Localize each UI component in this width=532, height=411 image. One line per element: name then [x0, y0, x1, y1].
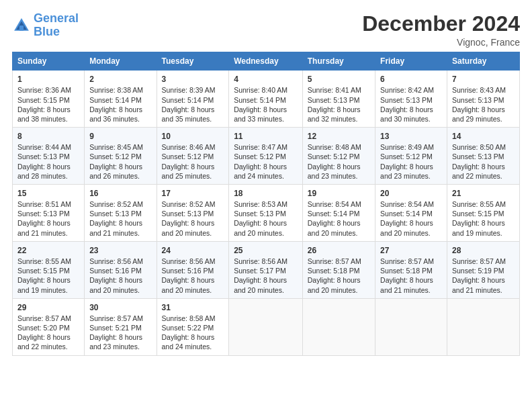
- sunset-text: Sunset: 5:12 PM: [308, 152, 360, 161]
- daylight-text: Daylight: 8 hours and 20 minutes.: [308, 276, 361, 293]
- sunset-text: Sunset: 5:13 PM: [308, 96, 360, 104]
- day-number: 30: [89, 302, 151, 313]
- sunset-text: Sunset: 5:19 PM: [452, 267, 504, 275]
- calendar-cell: 24Sunrise: 8:56 AMSunset: 5:16 PMDayligh…: [157, 241, 229, 298]
- col-tuesday: Tuesday: [157, 52, 229, 71]
- sunset-text: Sunset: 5:12 PM: [162, 152, 214, 161]
- daylight-text: Daylight: 8 hours and 20 minutes.: [162, 219, 215, 236]
- calendar-cell: 10Sunrise: 8:46 AMSunset: 5:12 PMDayligh…: [157, 128, 229, 185]
- day-number: 15: [17, 188, 79, 199]
- daylight-text: Daylight: 8 hours and 20 minutes.: [162, 276, 215, 293]
- sunset-text: Sunset: 5:15 PM: [17, 267, 70, 275]
- location-subtitle: Vignoc, France: [362, 37, 520, 48]
- sunrise-text: Sunrise: 8:45 AM: [89, 143, 143, 151]
- daylight-text: Daylight: 8 hours and 22 minutes.: [17, 333, 71, 351]
- calendar-week-1: 1Sunrise: 8:36 AMSunset: 5:15 PMDaylight…: [13, 71, 520, 128]
- col-saturday: Saturday: [447, 52, 519, 71]
- calendar-week-2: 8Sunrise: 8:44 AMSunset: 5:13 PMDaylight…: [13, 128, 520, 185]
- sunset-text: Sunset: 5:21 PM: [89, 324, 142, 332]
- day-number: 2: [89, 74, 151, 85]
- sunrise-text: Sunrise: 8:48 AM: [308, 143, 361, 151]
- calendar-cell: 12Sunrise: 8:48 AMSunset: 5:12 PMDayligh…: [302, 128, 375, 185]
- daylight-text: Daylight: 8 hours and 33 minutes.: [234, 105, 287, 123]
- calendar-week-3: 15Sunrise: 8:51 AMSunset: 5:13 PMDayligh…: [13, 184, 520, 241]
- sunset-text: Sunset: 5:14 PM: [308, 210, 360, 218]
- daylight-text: Daylight: 8 hours and 19 minutes.: [17, 276, 71, 293]
- sunset-text: Sunset: 5:14 PM: [234, 96, 286, 104]
- calendar-cell: 4Sunrise: 8:40 AMSunset: 5:14 PMDaylight…: [229, 71, 303, 128]
- daylight-text: Daylight: 8 hours and 36 minutes.: [89, 105, 142, 123]
- day-number: 12: [308, 131, 370, 142]
- sunrise-text: Sunrise: 8:52 AM: [162, 200, 216, 208]
- day-number: 5: [308, 74, 370, 85]
- daylight-text: Daylight: 8 hours and 20 minutes.: [308, 219, 361, 236]
- day-number: 25: [234, 245, 298, 256]
- sunrise-text: Sunrise: 8:58 AM: [162, 314, 216, 322]
- day-number: 31: [162, 302, 224, 313]
- sunrise-text: Sunrise: 8:46 AM: [162, 143, 216, 151]
- calendar-cell: 23Sunrise: 8:56 AMSunset: 5:16 PMDayligh…: [85, 241, 157, 298]
- daylight-text: Daylight: 8 hours and 24 minutes.: [162, 333, 215, 351]
- sunrise-text: Sunrise: 8:47 AM: [234, 143, 287, 151]
- day-number: 23: [89, 245, 151, 256]
- calendar-cell: 17Sunrise: 8:52 AMSunset: 5:13 PMDayligh…: [157, 184, 229, 241]
- calendar-cell: 3Sunrise: 8:39 AMSunset: 5:14 PMDaylight…: [157, 71, 229, 128]
- sunrise-text: Sunrise: 8:43 AM: [452, 86, 506, 94]
- calendar-week-5: 29Sunrise: 8:57 AMSunset: 5:20 PMDayligh…: [13, 298, 520, 355]
- calendar-cell: [302, 298, 375, 355]
- sunset-text: Sunset: 5:15 PM: [452, 210, 504, 218]
- calendar-cell: 11Sunrise: 8:47 AMSunset: 5:12 PMDayligh…: [229, 128, 303, 185]
- sunrise-text: Sunrise: 8:49 AM: [380, 143, 434, 151]
- sunset-text: Sunset: 5:13 PM: [452, 96, 504, 104]
- day-number: 6: [380, 74, 442, 85]
- sunrise-text: Sunrise: 8:51 AM: [17, 200, 71, 208]
- logo: General Blue: [12, 12, 79, 39]
- sunset-text: Sunset: 5:16 PM: [89, 267, 142, 275]
- sunset-text: Sunset: 5:13 PM: [234, 210, 286, 218]
- daylight-text: Daylight: 8 hours and 35 minutes.: [162, 105, 215, 123]
- day-number: 1: [17, 74, 79, 85]
- sunrise-text: Sunrise: 8:39 AM: [162, 86, 216, 94]
- calendar-cell: 6Sunrise: 8:42 AMSunset: 5:13 PMDaylight…: [375, 71, 447, 128]
- sunset-text: Sunset: 5:13 PM: [162, 210, 214, 218]
- calendar-cell: [229, 298, 303, 355]
- calendar-cell: 2Sunrise: 8:38 AMSunset: 5:14 PMDaylight…: [85, 71, 157, 128]
- calendar-cell: 21Sunrise: 8:55 AMSunset: 5:15 PMDayligh…: [447, 184, 519, 241]
- calendar-cell: 27Sunrise: 8:57 AMSunset: 5:18 PMDayligh…: [375, 241, 447, 298]
- sunrise-text: Sunrise: 8:57 AM: [17, 314, 71, 322]
- sunrise-text: Sunrise: 8:57 AM: [89, 314, 143, 322]
- calendar-table: Sunday Monday Tuesday Wednesday Thursday…: [12, 52, 520, 355]
- sunrise-text: Sunrise: 8:53 AM: [234, 200, 287, 208]
- daylight-text: Daylight: 8 hours and 21 minutes.: [452, 276, 505, 293]
- sunset-text: Sunset: 5:14 PM: [162, 96, 214, 104]
- sunrise-text: Sunrise: 8:55 AM: [17, 257, 71, 265]
- calendar-cell: 31Sunrise: 8:58 AMSunset: 5:22 PMDayligh…: [157, 298, 229, 355]
- calendar-cell: 7Sunrise: 8:43 AMSunset: 5:13 PMDaylight…: [447, 71, 519, 128]
- calendar-cell: 19Sunrise: 8:54 AMSunset: 5:14 PMDayligh…: [302, 184, 375, 241]
- logo-icon: [12, 16, 31, 35]
- day-number: 29: [17, 302, 79, 313]
- sunrise-text: Sunrise: 8:40 AM: [234, 86, 287, 94]
- calendar-cell: 30Sunrise: 8:57 AMSunset: 5:21 PMDayligh…: [85, 298, 157, 355]
- page: General Blue December 2024 Vignoc, Franc…: [0, 0, 532, 411]
- calendar-week-4: 22Sunrise: 8:55 AMSunset: 5:15 PMDayligh…: [13, 241, 520, 298]
- sunset-text: Sunset: 5:12 PM: [89, 152, 142, 161]
- sunset-text: Sunset: 5:22 PM: [162, 324, 214, 332]
- sunrise-text: Sunrise: 8:57 AM: [380, 257, 434, 265]
- daylight-text: Daylight: 8 hours and 26 minutes.: [89, 163, 142, 180]
- col-thursday: Thursday: [302, 52, 375, 71]
- daylight-text: Daylight: 8 hours and 23 minutes.: [89, 333, 142, 351]
- header: General Blue December 2024 Vignoc, Franc…: [12, 12, 520, 48]
- day-number: 20: [380, 188, 442, 199]
- calendar-header-row: Sunday Monday Tuesday Wednesday Thursday…: [13, 52, 520, 71]
- sunset-text: Sunset: 5:16 PM: [162, 267, 214, 275]
- calendar-cell: [447, 298, 519, 355]
- calendar-cell: 22Sunrise: 8:55 AMSunset: 5:15 PMDayligh…: [13, 241, 85, 298]
- sunset-text: Sunset: 5:12 PM: [380, 152, 433, 161]
- sunrise-text: Sunrise: 8:41 AM: [308, 86, 361, 94]
- calendar-cell: 26Sunrise: 8:57 AMSunset: 5:18 PMDayligh…: [302, 241, 375, 298]
- day-number: 3: [162, 74, 224, 85]
- daylight-text: Daylight: 8 hours and 20 minutes.: [380, 219, 433, 236]
- calendar-cell: 18Sunrise: 8:53 AMSunset: 5:13 PMDayligh…: [229, 184, 303, 241]
- sunrise-text: Sunrise: 8:57 AM: [308, 257, 361, 265]
